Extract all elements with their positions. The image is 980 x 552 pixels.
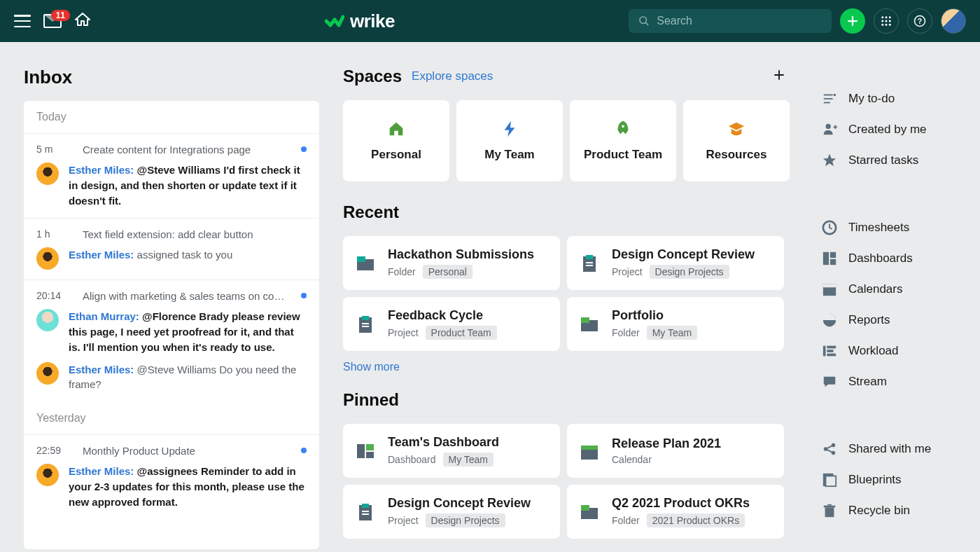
space-card-personal[interactable]: Personal — [343, 100, 449, 181]
inbox-time: 22:59 — [36, 445, 66, 457]
svg-point-0 — [640, 17, 646, 23]
nav-blueprints[interactable]: Blueprints — [822, 472, 980, 488]
hamburger-menu-icon[interactable] — [14, 15, 31, 27]
message-author: Esther Miles: — [69, 364, 134, 375]
item-card[interactable]: Portfolio Folder My Team — [567, 297, 784, 351]
inbox-item[interactable]: 22:59 Monthly Product Update Esther Mile… — [24, 434, 319, 519]
inbox-item[interactable]: 20:14 Align with marketing & sales teams… — [24, 280, 319, 402]
svg-rect-44 — [830, 259, 836, 265]
search-input[interactable] — [657, 15, 822, 27]
svg-line-1 — [645, 22, 648, 25]
item-card[interactable]: Team's Dashboard Dashboard My Team — [343, 424, 560, 478]
item-title: Hackathon Submissions — [388, 247, 547, 262]
nav-label: Dashboards — [848, 251, 913, 265]
svg-rect-43 — [830, 252, 836, 258]
space-card-my-team[interactable]: My Team — [456, 100, 563, 181]
svg-rect-42 — [823, 252, 829, 265]
header-left: 11 — [14, 11, 91, 31]
inbox-message: Esther Miles: @Steve Williams Do you nee… — [36, 362, 307, 393]
header-right: ? — [629, 8, 966, 34]
inbox-subject: Align with marketing & sales teams on co… — [83, 290, 307, 302]
item-title: Design Concept Review — [612, 247, 771, 262]
nav-icon — [822, 374, 837, 389]
item-title: Release Plan 2021 — [612, 436, 771, 451]
nav-icon — [822, 441, 837, 457]
svg-rect-29 — [581, 446, 598, 450]
item-type: Folder — [612, 327, 640, 338]
inbox-title: Inbox — [24, 67, 319, 88]
item-card[interactable]: Feedback Cycle Project Product Team — [343, 297, 560, 351]
nav-timesheets[interactable]: Timesheets — [822, 220, 980, 235]
recent-header: Recent — [343, 202, 791, 222]
nav-calendars[interactable]: Calendars — [822, 282, 980, 297]
space-name: My Team — [484, 148, 535, 162]
svg-point-6 — [886, 20, 888, 22]
nav-reports[interactable]: Reports — [822, 312, 980, 328]
brand-logo: wrike — [325, 11, 395, 32]
main-area: Inbox Today 5 m Create content for Integ… — [0, 42, 980, 552]
inbox-card: Today 5 m Create content for Integration… — [24, 101, 319, 549]
nav-starred-tasks[interactable]: Starred tasks — [822, 153, 980, 168]
home-icon[interactable] — [74, 11, 91, 31]
item-card[interactable]: Design Concept Review Project Design Pro… — [343, 485, 560, 539]
inbox-item[interactable]: 1 h Text field extension: add clear butt… — [24, 218, 319, 280]
nav-created-by-me[interactable]: Created by me — [822, 122, 980, 137]
help-button[interactable]: ? — [907, 8, 932, 34]
svg-point-3 — [886, 16, 888, 18]
item-tag: Product Team — [426, 326, 497, 340]
item-type: Folder — [388, 266, 416, 277]
right-nav: My to-do Created by me Starred tasks Tim… — [791, 42, 980, 552]
inbox-subject: Monthly Product Update — [83, 445, 307, 457]
svg-rect-27 — [366, 452, 374, 458]
svg-point-9 — [886, 24, 888, 26]
apps-button[interactable] — [874, 8, 899, 34]
nav-dashboards[interactable]: Dashboards — [822, 251, 980, 266]
nav-shared-with-me[interactable]: Shared with me — [822, 441, 980, 457]
svg-rect-17 — [586, 262, 593, 263]
explore-spaces-link[interactable]: Explore spaces — [412, 69, 493, 83]
nav-recycle-bin[interactable]: Recycle bin — [822, 503, 980, 518]
rocket-icon — [614, 120, 632, 138]
nav-icon — [822, 153, 837, 168]
svg-point-10 — [889, 24, 891, 26]
svg-rect-33 — [362, 513, 369, 515]
svg-text:?: ? — [918, 17, 922, 25]
svg-rect-49 — [827, 350, 833, 352]
folder-green-icon — [580, 502, 599, 522]
nav-my-to-do[interactable]: My to-do — [822, 91, 980, 106]
calendar-green-icon — [580, 441, 599, 461]
nav-label: Blueprints — [848, 473, 902, 487]
search-box[interactable] — [629, 9, 832, 33]
item-meta: Project Design Projects — [612, 265, 771, 279]
inbox-subject: Create content for Integrations page — [83, 144, 307, 156]
message-author: Esther Miles: — [69, 249, 134, 261]
item-type: Project — [388, 515, 419, 526]
brand-text: wrike — [350, 11, 395, 32]
item-card[interactable]: Q2 2021 Product OKRs Folder 2021 Product… — [567, 485, 784, 539]
help-icon: ? — [913, 15, 926, 27]
item-meta: Folder My Team — [612, 326, 771, 340]
nav-workload[interactable]: Workload — [822, 343, 980, 359]
svg-rect-48 — [827, 346, 836, 349]
item-meta: Calendar — [612, 454, 771, 465]
item-card[interactable]: Hackathon Submissions Folder Personal — [343, 236, 560, 290]
add-space-button[interactable] — [773, 69, 785, 84]
item-card[interactable]: Release Plan 2021 Calendar — [567, 424, 784, 478]
clipboard-icon — [356, 502, 375, 522]
item-card[interactable]: Design Concept Review Project Design Pro… — [567, 236, 784, 290]
inbox-button[interactable]: 11 — [43, 14, 62, 28]
create-button[interactable] — [840, 8, 865, 34]
nav-icon — [822, 282, 837, 297]
nav-label: Recycle bin — [848, 504, 910, 518]
nav-icon — [822, 122, 837, 137]
space-card-product-team[interactable]: Product Team — [570, 100, 676, 181]
inbox-item[interactable]: 5 m Create content for Integrations page… — [24, 133, 319, 218]
message-text: Esther Miles: @Steve Williams I'd first … — [69, 163, 307, 208]
user-avatar[interactable] — [941, 8, 966, 34]
nav-icon — [822, 312, 837, 328]
item-info: Release Plan 2021 Calendar — [612, 436, 771, 465]
show-more-link[interactable]: Show more — [343, 361, 400, 373]
nav-stream[interactable]: Stream — [822, 374, 980, 389]
space-card-resources[interactable]: Resources — [683, 100, 790, 181]
day-yesterday: Yesterday — [24, 402, 319, 434]
